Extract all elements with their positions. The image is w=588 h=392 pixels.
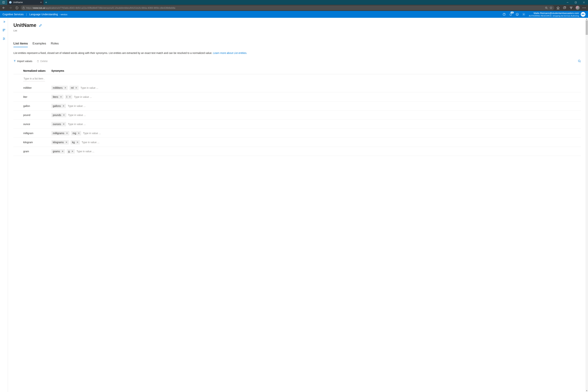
normalized-value[interactable]: gallon: [23, 104, 51, 108]
synonym-text: grams: [53, 150, 60, 153]
scrollbar-thumb[interactable]: [586, 20, 588, 35]
tab-title: UnitName: [13, 1, 23, 4]
synonym-chip: liters✕: [51, 95, 63, 99]
svg-marker-14: [557, 6, 560, 9]
list-item-row[interactable]: kilogramkilograms✕kg✕Type in value ...: [14, 138, 581, 147]
normalized-value[interactable]: milligram: [23, 132, 51, 135]
learn-more-link[interactable]: Learn more about List entities.: [213, 52, 247, 54]
tab-examples[interactable]: Examples: [32, 42, 46, 47]
add-synonym-input[interactable]: Type in value ...: [68, 123, 86, 126]
synonym-text: milligrams: [53, 132, 64, 135]
extensions-button[interactable]: [568, 5, 574, 10]
language-understanding-link[interactable]: Language Understanding - westus: [30, 13, 68, 16]
close-tab-button[interactable]: ×: [40, 1, 42, 4]
add-synonym-input[interactable]: Type in value ...: [68, 104, 86, 108]
add-synonym-input[interactable]: Type in value ...: [82, 141, 100, 144]
more-menu-button[interactable]: [582, 5, 587, 10]
add-synonym-input[interactable]: Type in value ...: [83, 132, 101, 135]
search-button[interactable]: [578, 60, 581, 63]
list-item-row[interactable]: gramgrams✕g✕Type in value ...: [14, 147, 581, 156]
feedback-button[interactable]: [514, 11, 520, 18]
list-item-row[interactable]: ounceounces✕Type in value ...: [14, 120, 581, 129]
add-synonym-input[interactable]: Type in value ...: [74, 96, 92, 98]
synonym-chip: kg✕: [70, 140, 80, 144]
remove-synonym-button[interactable]: ✕: [75, 86, 77, 89]
favorites-button[interactable]: [555, 5, 561, 10]
normalized-value[interactable]: kilogram: [23, 141, 51, 144]
normalized-value[interactable]: pound: [23, 114, 51, 116]
synonym-chip: gallons✕: [51, 104, 66, 108]
svg-point-49: [578, 60, 580, 62]
list-item-row[interactable]: gallongallons✕Type in value ...: [14, 102, 581, 110]
svg-rect-0: [3, 2, 5, 4]
synonym-text: kg: [72, 141, 75, 144]
remove-synonym-button[interactable]: ✕: [66, 132, 68, 134]
minimize-window-button[interactable]: [564, 0, 572, 5]
list-item-row[interactable]: millilitermilliliters✕ml✕Type in value .…: [14, 83, 581, 92]
user-email: Malte.Reimann@studentambassadors.com: [529, 12, 579, 15]
svg-point-39: [3, 38, 4, 38]
remove-synonym-button[interactable]: ✕: [66, 141, 67, 144]
edit-title-button[interactable]: [39, 24, 42, 27]
browser-tab[interactable]: () UnitName ×: [7, 0, 44, 5]
svg-line-25: [571, 8, 572, 8]
settings-button[interactable]: [520, 11, 527, 18]
scroll-up-button[interactable]: ▲: [586, 18, 588, 20]
normalized-value[interactable]: ounce: [23, 123, 51, 126]
tab-roles[interactable]: Roles: [51, 42, 58, 47]
remove-synonym-button[interactable]: ✕: [69, 96, 71, 98]
remove-synonym-button[interactable]: ✕: [64, 86, 66, 89]
remove-synonym-button[interactable]: ✕: [62, 105, 64, 107]
nav-settings-icon[interactable]: [2, 36, 6, 41]
add-synonym-input[interactable]: Type in value ...: [68, 114, 86, 116]
back-button[interactable]: [1, 5, 6, 10]
remove-synonym-button[interactable]: ✕: [62, 150, 64, 153]
remove-synonym-button[interactable]: ✕: [72, 150, 73, 153]
help-button[interactable]: [501, 11, 508, 18]
svg-line-50: [580, 62, 580, 62]
column-synonyms: Synonyms: [51, 69, 64, 72]
zoom-icon[interactable]: [545, 6, 548, 9]
remove-synonym-button[interactable]: ✕: [78, 132, 80, 134]
scroll-down-button[interactable]: ▼: [586, 390, 588, 392]
close-window-button[interactable]: [580, 0, 588, 5]
nav-build-icon[interactable]: [2, 28, 6, 32]
cognitive-services-link[interactable]: Cognitive Services: [2, 13, 24, 16]
list-item-row[interactable]: literliters✕l✕Type in value ...: [14, 92, 581, 102]
synonym-chip: g✕: [67, 149, 75, 154]
expand-nav-button[interactable]: [2, 20, 6, 24]
svg-rect-36: [4, 29, 5, 30]
import-values-button[interactable]: Import values: [14, 60, 32, 62]
column-normalized-values: Normalized values: [23, 69, 51, 72]
svg-rect-3: [575, 2, 576, 3]
add-synonym-input[interactable]: Type in value ...: [76, 150, 94, 153]
normalized-value[interactable]: liter: [23, 96, 51, 98]
normalized-value[interactable]: milliliter: [23, 86, 51, 89]
new-list-item-input[interactable]: [23, 76, 45, 81]
profile-button[interactable]: [575, 5, 580, 10]
add-synonym-input[interactable]: Type in value ...: [80, 86, 98, 89]
maximize-window-button[interactable]: [572, 0, 580, 5]
collections-button[interactable]: [562, 5, 567, 10]
notifications-button[interactable]: 25: [508, 11, 514, 18]
remove-synonym-button[interactable]: ✕: [63, 123, 64, 126]
normalized-value[interactable]: gram: [23, 150, 51, 153]
scrollbar[interactable]: ▲ ▼: [586, 18, 588, 392]
user-avatar[interactable]: MR: [581, 12, 586, 17]
refresh-button[interactable]: [14, 5, 20, 10]
synonym-text: g: [68, 150, 70, 153]
new-tab-button[interactable]: ＋: [44, 0, 49, 4]
remove-synonym-button[interactable]: ✕: [76, 141, 78, 144]
favorite-star-icon[interactable]: [550, 6, 552, 9]
tab-actions-button[interactable]: [0, 0, 7, 5]
tab-list-items[interactable]: List items: [14, 42, 28, 47]
svg-point-27: [584, 8, 584, 8]
address-bar[interactable]: https://www.luis.ai/applications/e7763af…: [21, 6, 554, 10]
list-item-row[interactable]: poundpounds✕Type in value ...: [14, 110, 581, 120]
synonym-chip: pounds✕: [51, 113, 66, 117]
list-item-row[interactable]: milligrammilligrams✕mg✕Type in value ...: [14, 129, 581, 138]
forward-button[interactable]: [8, 5, 13, 10]
remove-synonym-button[interactable]: ✕: [60, 96, 62, 98]
synonym-text: kilograms: [53, 141, 64, 144]
remove-synonym-button[interactable]: ✕: [63, 114, 65, 116]
